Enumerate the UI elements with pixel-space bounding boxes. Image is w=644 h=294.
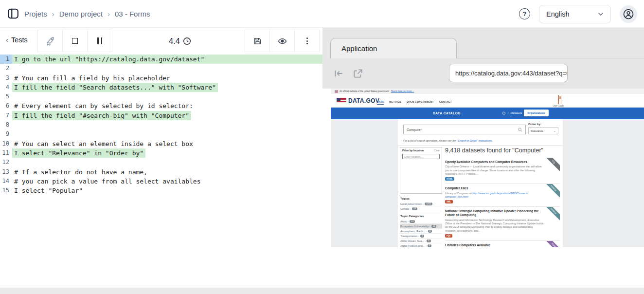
clear-filter-link[interactable]: Clear [434,149,440,152]
user-avatar-button[interactable] [620,5,637,23]
chevron-down-icon [598,12,604,16]
open-external-button[interactable] [353,68,363,79]
datagov-header: DATA.GOV DATA METRICS OPEN GOVERNMENT CO… [331,94,644,108]
nav-contact[interactable]: CONTACT [439,100,452,105]
dataset-description: Networking and Information Technology Re… [445,219,545,233]
editor-line[interactable]: 9 [0,129,322,139]
test-duration: 4.4 [161,28,199,55]
line-number: 1 [0,55,12,64]
line-number: 2 [0,64,12,73]
editor-line[interactable]: 11I select "Relevance" in "Order by" [0,148,322,158]
count-badge: 8 [428,230,432,233]
editor-line[interactable]: 1I go to the url "https://catalog.data.g… [0,55,322,64]
line-number: 13 [0,167,12,177]
count-badge: 28 [412,207,417,210]
dataset-search-input[interactable]: Computer [403,125,526,134]
editor-line[interactable]: 3# You can fill a field by his placehold… [0,74,322,83]
search-detail-link[interactable]: "Search in Detail" instructions [457,139,492,142]
nav-data[interactable]: DATA [377,100,384,105]
breadcrumb: Projets › Demo project › 03 - Forms [24,10,150,18]
official-banner: An official website of the United States… [331,89,644,94]
application-viewport[interactable]: An official website of the United States… [331,89,644,247]
code-editor[interactable]: 1I go to the url "https://catalog.data.g… [0,55,322,294]
navigate-back-button[interactable] [333,68,344,79]
home-icon[interactable] [502,111,506,115]
topic-filter[interactable]: Local Government - 1832 [400,202,442,206]
line-number: 11 [0,148,12,158]
dataset-title-link[interactable]: Libraries Computers Available [445,243,542,247]
preview-button[interactable] [269,30,295,52]
editor-line[interactable]: 5 [0,92,322,101]
nav-open-government[interactable]: OPEN GOVERNMENT [407,100,434,105]
format-badge[interactable]: HTML [445,177,454,181]
stop-icon [72,38,78,44]
category-filter[interactable]: Arctic Peoples and... - 8 [400,243,442,247]
location-placeholder: Enter location... [404,155,423,158]
category-filter[interactable]: Transportation - 9 [400,234,442,239]
category-label: Transportation - [400,235,419,238]
divider [398,145,563,146]
editor-line[interactable]: 7I fill the field "#search-big" with "Co… [0,111,322,120]
count-badge: 11 [431,225,437,228]
format-badge[interactable]: XML [445,200,453,203]
banner-how-link[interactable]: Here's how you know ⌄ [391,90,414,92]
format-badge[interactable]: PDF [445,234,452,238]
code-text: I fill the field "Search datasets..." wi… [12,83,218,92]
category-filter[interactable]: Arctic Ocean, Sea... - 8 [400,239,442,243]
back-to-tests-link[interactable]: ‹ Tests [6,36,28,44]
kebab-icon [306,37,308,44]
topic-filter[interactable]: Climate - 28 [400,206,442,211]
editor-line[interactable]: 6# Every element can by selected by id s… [0,101,322,110]
help-button[interactable]: ? [519,8,530,19]
dataset-title-link[interactable]: Openly Available Computers and Computer … [445,160,542,164]
editor-line[interactable]: 10# You can select an element inside a s… [0,139,322,148]
editor-line[interactable]: 12 [0,158,322,167]
code-text [12,64,16,73]
editor-line[interactable]: 13# If a selector do not have a name, [0,167,322,177]
editor-line[interactable]: 4I fill the field "Search datasets..." w… [0,83,322,92]
category-filter[interactable]: Ecosystem Vulnerability - 11 [400,224,442,229]
line-number: 9 [0,129,12,139]
editor-line[interactable]: 2 [0,64,322,73]
user-guide-button[interactable]: User Guide [551,95,566,107]
category-filter[interactable]: Arctic - 14 [400,219,442,224]
order-by-select[interactable]: Relevance ⌄ [528,127,558,134]
tab-application[interactable]: Application [330,38,457,58]
code-text: # If a selector do not have a name, [12,167,149,177]
us-flag-icon [337,98,346,103]
datagov-logo[interactable]: DATA.GOV [348,97,379,104]
dataset-org: Library of Congress [445,192,468,195]
sidebar-toggle-button[interactable] [7,7,19,20]
editor-line[interactable]: 8 [0,120,322,129]
editor-line[interactable]: 15I select "Popular" [0,186,322,195]
source-ribbon: Federal [543,184,560,199]
dataset-title-link[interactable]: Computer Files [445,186,542,190]
pause-test-button[interactable] [87,30,112,52]
run-test-button[interactable] [37,30,63,52]
dataset-result: Libraries Computers Available State of H… [445,241,560,247]
location-input[interactable]: Enter location... [402,154,440,159]
breadcrumb-item-demo-project[interactable]: Demo project [59,10,103,18]
search-value: Computer [407,128,422,131]
stop-test-button[interactable] [62,30,88,52]
datasets-link[interactable]: Datasets [511,111,522,114]
order-by-label: Order by: [528,123,558,126]
language-select[interactable]: English [539,5,611,23]
eye-icon [278,37,287,46]
save-button[interactable] [245,30,270,52]
datagov-nav: DATA METRICS OPEN GOVERNMENT CONTACT [377,100,452,105]
category-filter[interactable]: Atmospheric, Earth... - 8 [400,229,442,234]
dataset-title-link[interactable]: National Strategic Computing Initiative … [445,209,542,217]
dataset-desc-text: — [468,192,473,195]
breadcrumb-item-projects[interactable]: Projets [24,10,47,18]
more-options-button[interactable] [294,30,320,52]
url-field[interactable]: https://catalog.data.gov:443/dataset?q=C… [449,64,568,82]
clock-icon [183,37,191,45]
top-header: Projets › Demo project › 03 - Forms ? En… [0,0,644,28]
breadcrumb-item-forms[interactable]: 03 - Forms [115,10,150,18]
organizations-button[interactable]: Organizations [524,110,549,116]
editor-line[interactable]: 14# you can pick a value from all select… [0,177,322,186]
line-number: 8 [0,120,12,129]
nav-metrics[interactable]: METRICS [389,100,401,105]
bottom-scrollbar-track[interactable] [0,288,644,294]
